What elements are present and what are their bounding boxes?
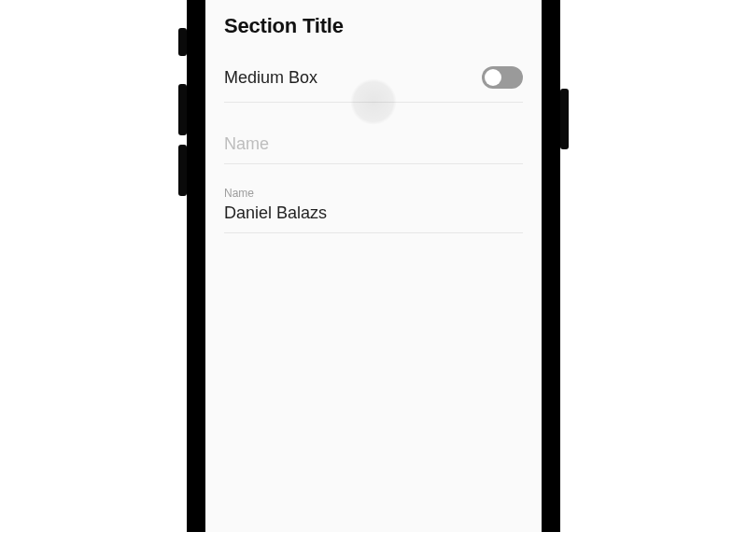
name-field-floating-label: Name xyxy=(224,187,523,200)
side-button-power xyxy=(560,89,569,149)
toggle-row[interactable]: Medium Box xyxy=(224,66,523,103)
section-title: Section Title xyxy=(224,14,523,38)
touch-ripple-icon xyxy=(350,78,397,125)
side-button-volume-down xyxy=(178,145,187,196)
screen: Section Title Medium Box Name Name Danie… xyxy=(205,0,542,532)
name-field-filled[interactable]: Name Daniel Balazs xyxy=(224,185,523,233)
side-button-volume-up xyxy=(178,84,187,135)
toggle-knob xyxy=(485,69,501,86)
toggle-label: Medium Box xyxy=(224,68,317,88)
name-field-empty[interactable]: Name xyxy=(224,129,523,164)
toggle-switch[interactable] xyxy=(482,66,523,89)
name-field-placeholder: Name xyxy=(224,134,269,153)
name-field-value: Daniel Balazs xyxy=(224,203,523,223)
side-button-mute xyxy=(178,28,187,56)
phone-frame: Section Title Medium Box Name Name Danie… xyxy=(154,0,593,532)
